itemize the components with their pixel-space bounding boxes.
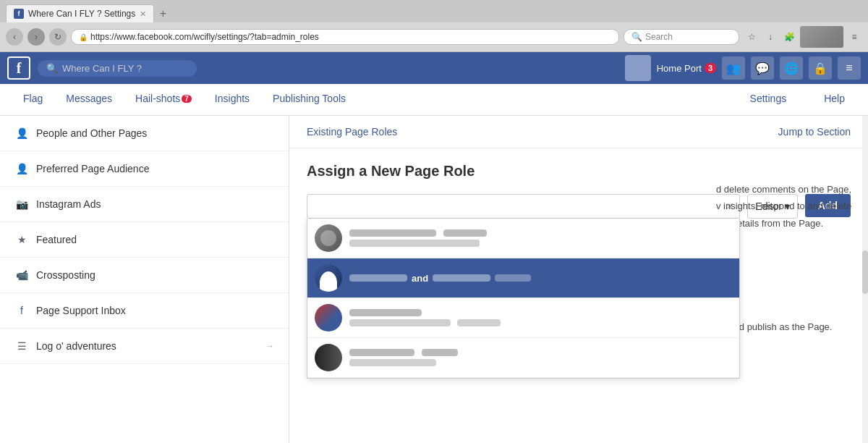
fb-navbar: f 🔍 Home Port 3 👥 💬 🌐 🔒 ≡ (0, 52, 868, 84)
friends-icon[interactable]: 👥 (722, 56, 745, 80)
browser-actions: ☆ ↓ 🧩 ≡ (744, 26, 862, 48)
subnav-insights[interactable]: Insights (203, 84, 261, 116)
sidebar-item-preferred-audience[interactable]: 👤 Preferred Page Audience (0, 151, 289, 187)
active-tab[interactable]: f Where Can I FLY ? Settings ✕ (6, 4, 154, 22)
browser-search-bar[interactable]: 🔍 Search (624, 29, 739, 45)
subnav-help[interactable]: Help (812, 84, 856, 116)
dropdown-sub-1 (349, 239, 732, 249)
role-desc-line-1: d delete comments on the Page, (716, 181, 861, 198)
back-button[interactable]: ‹ (6, 28, 23, 46)
subnav-hailshots[interactable]: Hail-shots 7 (124, 84, 203, 116)
sidebar-label-log: Log o' adventures (36, 340, 258, 352)
blurred-sub-3b (457, 319, 501, 326)
existing-roles-link[interactable]: Existing Page Roles (307, 126, 397, 138)
blurred-name-1b (443, 229, 487, 237)
facebook-small-icon: f (14, 303, 29, 318)
sidebar: 👤 People and Other Pages 👤 Preferred Pag… (0, 116, 289, 443)
subnav-publishing-tools[interactable]: Publishing Tools (261, 84, 357, 116)
dropdown-info-1 (349, 228, 732, 249)
hailshots-badge: 7 (182, 95, 192, 103)
main-layout: 👤 People and Other Pages 👤 Preferred Pag… (0, 116, 868, 443)
dropdown-info-4 (349, 347, 732, 368)
subnav-settings[interactable]: Settings (739, 84, 799, 116)
browser-profile-corner (800, 26, 843, 48)
subnav-flag[interactable]: Flag (12, 84, 54, 116)
sidebar-item-crossposting[interactable]: 📹 Crossposting (0, 258, 289, 293)
sidebar-item-page-support[interactable]: f Page Support Inbox (0, 293, 289, 329)
blurred-name-2a (349, 274, 407, 282)
scrollbar-track (862, 116, 868, 443)
dropdown-item-1[interactable] (307, 219, 739, 258)
dropdown-info-3 (349, 308, 732, 329)
dropdown-name-4 (349, 347, 732, 358)
sidebar-label-instagram: Instagram Ads (36, 198, 274, 210)
scrollbar-thumb[interactable] (862, 250, 868, 294)
person-audience-icon: 👤 (14, 161, 29, 176)
blurred-name-2c (495, 274, 531, 282)
sidebar-label-support: Page Support Inbox (36, 305, 274, 316)
reload-button[interactable]: ↻ (49, 28, 67, 46)
sidebar-item-log[interactable]: ☰ Log o' adventures → (0, 329, 289, 364)
role-search-input[interactable] (307, 194, 740, 219)
page-subnav: Flag Messages Hail-shots 7 Insights Publ… (0, 84, 868, 116)
sidebar-label-people: People and Other Pages (36, 127, 274, 139)
dropdown-item-2[interactable]: and (307, 258, 739, 298)
lock-nav-icon[interactable]: 🔒 (809, 56, 832, 80)
person-silhouette (320, 271, 337, 292)
list-icon: ☰ (14, 339, 29, 353)
search-icon: 🔍 (631, 32, 642, 42)
role-input-wrapper: ✕ (307, 194, 740, 219)
sidebar-item-featured[interactable]: ★ Featured (0, 222, 289, 258)
sidebar-label-crossposting: Crossposting (36, 269, 274, 281)
fb-nav-right: Home Port 3 👥 💬 🌐 🔒 ≡ (625, 55, 861, 81)
dropdown-avatar-2 (315, 264, 342, 292)
nav-menu-icon[interactable]: ≡ (838, 56, 861, 80)
fb-user-avatar (625, 55, 651, 81)
home-port-badge: 3 (705, 63, 716, 73)
fb-search-bar[interactable]: 🔍 (38, 60, 197, 77)
bookmark-button[interactable]: ☆ (744, 29, 760, 45)
sidebar-label-preferred: Preferred Page Audience (36, 163, 274, 174)
blurred-name-3 (349, 309, 422, 316)
tab-title: Where Can I FLY ? Settings (28, 9, 135, 19)
dropdown-item-4[interactable] (307, 338, 739, 378)
menu-button[interactable]: ≡ (846, 29, 862, 45)
and-text: and (412, 273, 428, 284)
sidebar-item-instagram[interactable]: 📷 Instagram Ads (0, 187, 289, 222)
fb-logo: f (7, 56, 30, 80)
globe-icon[interactable]: 🌐 (780, 56, 803, 80)
browser-chrome: f Where Can I FLY ? Settings ✕ + ‹ › ↻ 🔒… (0, 0, 868, 52)
content-area: Existing Page Roles Jump to Section Assi… (289, 116, 868, 443)
dropdown-name-1 (349, 228, 732, 239)
dropdown-list: and (307, 219, 740, 379)
page-subnav-right: Settings Help (739, 84, 856, 116)
star-icon: ★ (14, 232, 29, 247)
dropdown-sub-3 (349, 318, 732, 329)
dropdown-name-2: and (349, 273, 732, 284)
dropdown-avatar-1 (315, 224, 342, 252)
tab-close-button[interactable]: ✕ (140, 9, 146, 19)
dropdown-avatar-3 (315, 304, 342, 332)
url-bar[interactable]: 🔒 https://www.facebook.com/wcifly/settin… (71, 29, 619, 45)
subnav-messages[interactable]: Messages (54, 84, 124, 116)
new-tab-button[interactable]: + (154, 5, 171, 22)
blurred-sub-3a (349, 319, 451, 326)
video-icon: 📹 (14, 268, 29, 282)
sidebar-item-people[interactable]: 👤 People and Other Pages (0, 116, 289, 151)
dropdown-avatar-4 (315, 344, 342, 371)
forward-button[interactable]: › (27, 28, 45, 46)
person-icon: 👤 (14, 126, 29, 140)
jump-to-section-link[interactable]: Jump to Section (778, 126, 851, 138)
fb-search-input[interactable] (62, 63, 188, 74)
blurred-name-4b (422, 349, 458, 356)
messenger-icon[interactable]: 💬 (751, 56, 774, 80)
dropdown-item-3[interactable] (307, 298, 739, 338)
download-icon: ↓ (762, 29, 778, 45)
arrow-icon: → (265, 341, 274, 351)
blurred-name-1 (349, 229, 436, 237)
dropdown-info-2: and (349, 273, 732, 284)
browser-search-text: Search (645, 32, 673, 42)
fb-search-icon: 🔍 (46, 63, 58, 74)
extensions-button[interactable]: 🧩 (781, 29, 797, 45)
role-desc-line-2: v insights, respond to and delete (716, 198, 861, 214)
